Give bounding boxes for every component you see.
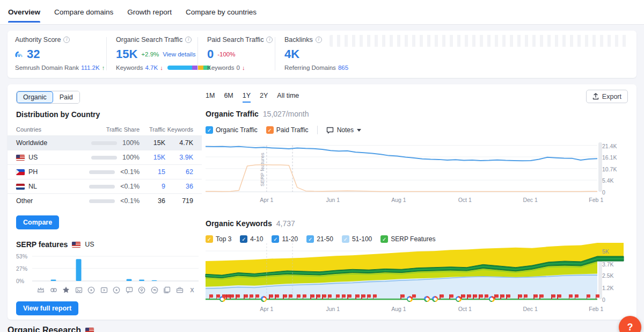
video-icon[interactable] <box>87 286 96 294</box>
note-flag-icon[interactable] <box>322 294 326 299</box>
keywords-cell[interactable]: 36 <box>165 183 193 190</box>
legend-checkbox[interactable]: ✓ <box>206 126 213 134</box>
note-flag-icon[interactable] <box>500 294 504 299</box>
nav-tab-overview[interactable]: Overview <box>8 8 40 23</box>
note-flag-icon[interactable] <box>518 294 522 299</box>
traffic-cell[interactable]: 9 <box>140 183 165 190</box>
table-row-us[interactable]: US100%15K3.9K <box>8 150 202 164</box>
sitelinks-icon[interactable] <box>36 286 45 294</box>
organic-traffic-chart[interactable]: SERP features <box>206 138 618 201</box>
note-flag-icon[interactable] <box>539 294 544 299</box>
note-flag-icon[interactable] <box>575 294 579 299</box>
note-flag-icon[interactable] <box>255 294 260 299</box>
google-update-icon[interactable] <box>407 296 413 302</box>
domain-rank-link[interactable]: 111.2K <box>81 64 100 71</box>
range-tab-all-time[interactable]: All time <box>277 92 299 103</box>
export-button[interactable]: Export <box>586 90 628 103</box>
table-row-worldwide[interactable]: Worldwide100%15K4.7K <box>8 135 202 150</box>
note-flag-icon[interactable] <box>412 294 416 299</box>
note-flag-icon[interactable] <box>479 294 483 299</box>
google-update-icon[interactable] <box>219 296 225 302</box>
google-update-icon[interactable] <box>456 296 462 302</box>
legend-item-organic-traffic[interactable]: ✓Organic Traffic <box>206 126 258 134</box>
note-flag-icon[interactable] <box>316 294 320 299</box>
note-flag-icon[interactable] <box>440 294 444 299</box>
note-flag-icon[interactable] <box>310 294 314 299</box>
note-flag-icon[interactable] <box>275 294 279 299</box>
range-tab-6m[interactable]: 6M <box>224 92 233 103</box>
note-flag-icon[interactable] <box>269 294 273 299</box>
toggle-organic[interactable]: Organic <box>17 91 53 103</box>
note-flag-icon[interactable] <box>473 294 477 299</box>
note-flag-icon[interactable] <box>328 294 332 299</box>
info-icon[interactable] <box>185 37 192 43</box>
nav-tab-compare-domains[interactable]: Compare domains <box>54 8 113 23</box>
note-flag-icon[interactable] <box>250 294 254 299</box>
legend-checkbox[interactable]: ✓ <box>266 126 274 134</box>
keywords-count-link[interactable]: 4.7K <box>145 64 158 71</box>
notes-toggle[interactable]: Notes <box>326 126 361 134</box>
note-flag-icon[interactable] <box>355 294 360 299</box>
knowledge-panel-icon[interactable] <box>150 286 159 294</box>
view-details-link[interactable]: View details <box>163 51 195 57</box>
note-flag-icon[interactable] <box>467 294 471 299</box>
keyword-intent-bar[interactable] <box>167 66 210 70</box>
range-tab-1y[interactable]: 1Y <box>243 92 251 103</box>
range-tab-2y[interactable]: 2Y <box>260 92 268 103</box>
note-flag-icon[interactable] <box>400 294 405 299</box>
note-flag-icon[interactable] <box>373 294 377 299</box>
note-flag-icon[interactable] <box>209 294 214 299</box>
range-tab-1m[interactable]: 1M <box>206 92 215 103</box>
twitter-icon[interactable]: X <box>188 286 196 294</box>
featured-video-icon[interactable] <box>100 286 108 294</box>
image-icon[interactable] <box>75 286 83 294</box>
jobs-icon[interactable] <box>175 286 184 294</box>
google-update-icon[interactable] <box>489 296 495 302</box>
help-button[interactable]: ? <box>619 316 641 332</box>
note-flag-icon[interactable] <box>347 294 352 299</box>
note-flag-icon[interactable] <box>557 294 561 299</box>
reviews-icon[interactable] <box>62 286 70 294</box>
toggle-paid[interactable]: Paid <box>53 91 79 103</box>
note-flag-icon[interactable] <box>449 294 453 299</box>
video-carousel-icon[interactable] <box>112 286 121 294</box>
note-flag-icon[interactable] <box>524 294 528 299</box>
traffic-cell[interactable]: 15 <box>140 168 165 176</box>
note-flag-icon[interactable] <box>461 294 465 299</box>
note-flag-icon[interactable] <box>596 294 600 299</box>
info-icon[interactable] <box>316 37 322 43</box>
google-update-icon[interactable] <box>432 296 438 302</box>
table-row-ph[interactable]: PH<0.1%1562 <box>8 164 202 179</box>
table-row-other[interactable]: Other<0.1%36719 <box>8 193 202 208</box>
info-icon[interactable] <box>266 37 273 43</box>
keywords-cell[interactable]: 3.9K <box>165 154 193 161</box>
view-full-report-button[interactable]: View full report <box>16 301 78 315</box>
note-flag-icon[interactable] <box>342 294 346 299</box>
traffic-cell[interactable]: 15K <box>140 154 165 161</box>
note-flag-icon[interactable] <box>485 294 489 299</box>
local-pack-icon[interactable] <box>137 286 146 294</box>
keywords-cell[interactable]: 62 <box>165 168 193 176</box>
note-flag-icon[interactable] <box>367 294 371 299</box>
note-flag-icon[interactable] <box>336 294 340 299</box>
nav-tab-growth-report[interactable]: Growth report <box>127 8 172 23</box>
note-flag-icon[interactable] <box>533 294 538 299</box>
note-flag-icon[interactable] <box>303 294 307 299</box>
referring-domains-link[interactable]: 865 <box>338 64 348 71</box>
nav-tab-compare-by-countries[interactable]: Compare by countries <box>186 8 257 23</box>
note-flag-icon[interactable] <box>569 294 573 299</box>
note-flag-icon[interactable] <box>236 294 240 299</box>
legend-item-paid-traffic[interactable]: ✓Paid Traffic <box>266 126 309 134</box>
note-flag-icon[interactable] <box>230 294 234 299</box>
note-flag-icon[interactable] <box>244 294 248 299</box>
table-row-nl[interactable]: NL<0.1%936 <box>8 179 202 193</box>
top-stories-icon[interactable] <box>163 286 171 294</box>
note-flag-icon[interactable] <box>361 294 365 299</box>
google-update-icon[interactable] <box>261 296 267 302</box>
note-flag-icon[interactable] <box>289 294 293 299</box>
compare-button[interactable]: Compare <box>16 215 59 229</box>
note-flag-icon[interactable] <box>551 294 555 299</box>
link-icon[interactable] <box>49 286 58 294</box>
note-flag-icon[interactable] <box>297 294 301 299</box>
note-flag-icon[interactable] <box>506 294 510 299</box>
